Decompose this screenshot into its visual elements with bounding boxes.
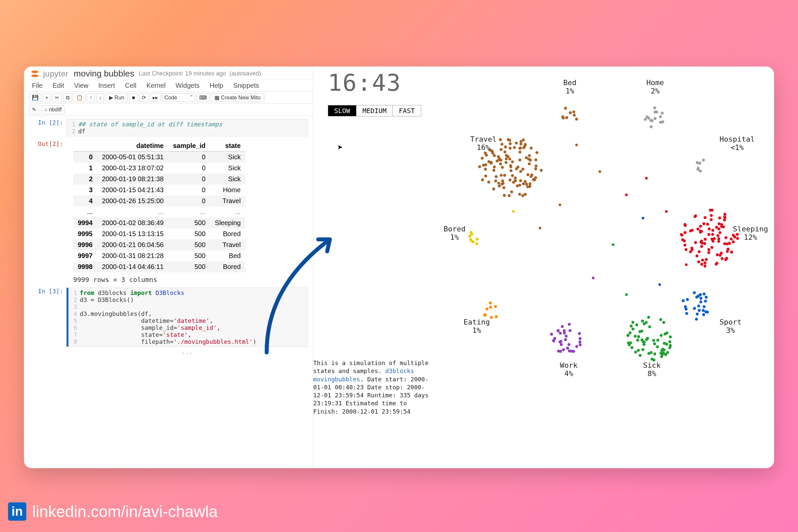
cluster-label-eating: Eating1%: [463, 318, 490, 335]
svg-point-101: [505, 157, 508, 160]
svg-point-254: [484, 314, 487, 317]
menu-kernel[interactable]: Kernel: [146, 82, 166, 90]
svg-point-75: [499, 163, 502, 166]
move-down-button[interactable]: ↓: [96, 93, 104, 102]
svg-point-73: [511, 160, 514, 163]
notebook-area: In [2]: 1## state of sample_id at diff t…: [24, 116, 313, 468]
cut-button[interactable]: ✂: [52, 93, 62, 102]
cell-in-2[interactable]: In [2]: 1## state of sample_id at diff t…: [29, 119, 307, 136]
speed-medium[interactable]: MEDIUM: [357, 106, 393, 116]
svg-point-201: [719, 231, 722, 234]
svg-point-83: [528, 183, 531, 186]
svg-point-19: [569, 111, 572, 114]
svg-point-199: [684, 231, 687, 234]
svg-point-180: [689, 229, 692, 232]
linkedin-icon: in: [8, 502, 26, 521]
code-in-2[interactable]: 1## state of sample_id at diff timestamp…: [66, 119, 307, 136]
speed-slow[interactable]: SLOW: [328, 106, 357, 116]
svg-point-264: [705, 296, 707, 299]
run-button[interactable]: ▶ Run: [106, 93, 128, 102]
copy-button[interactable]: ⧉: [63, 93, 72, 102]
menu-cell[interactable]: Cell: [125, 82, 136, 90]
svg-point-277: [682, 299, 685, 302]
svg-point-97: [500, 174, 503, 177]
run-all-button[interactable]: ▸▸: [150, 93, 160, 102]
restart-button[interactable]: ⟳: [139, 93, 149, 102]
svg-point-256: [486, 307, 489, 310]
svg-point-368: [634, 350, 637, 354]
svg-point-221: [730, 238, 733, 241]
svg-point-329: [637, 335, 640, 338]
jupyter-brand: jupyter: [43, 69, 69, 78]
notebook-title[interactable]: moving bubbles: [74, 69, 134, 79]
svg-point-233: [694, 241, 697, 244]
create-mito-button[interactable]: ▦ Create New Mito: [211, 93, 264, 102]
svg-point-260: [702, 309, 705, 312]
nbdiff-button[interactable]: ○ nbdiff: [41, 106, 64, 114]
svg-point-210: [711, 240, 715, 243]
svg-point-244: [709, 209, 712, 212]
celltype-select[interactable]: Code˅: [162, 93, 195, 102]
visualization-pane: 16:43 SLOW MEDIUM FAST ➤ Bed1%Home2%Trav…: [313, 66, 774, 468]
menu-insert[interactable]: Insert: [98, 82, 115, 90]
svg-point-326: [631, 321, 634, 324]
command-palette-button[interactable]: ⌨: [196, 93, 209, 102]
edit-metadata-button[interactable]: ✎: [29, 105, 39, 114]
svg-point-169: [705, 258, 708, 261]
svg-point-270: [697, 305, 700, 307]
col-state: state: [210, 140, 245, 152]
svg-point-203: [711, 233, 714, 236]
svg-point-89: [505, 154, 508, 157]
svg-point-276: [698, 309, 701, 312]
svg-point-128: [499, 158, 502, 162]
svg-point-138: [519, 142, 522, 145]
svg-point-250: [685, 248, 688, 251]
svg-point-31: [653, 107, 657, 109]
svg-point-279: [703, 292, 706, 296]
svg-point-367: [647, 352, 650, 355]
svg-point-340: [628, 331, 631, 334]
svg-point-63: [521, 168, 524, 171]
menu-widgets[interactable]: Widgets: [175, 82, 200, 90]
svg-point-366: [647, 316, 650, 319]
code-in-3[interactable]: 1from d3blocks import D3Blocks 2d3 = D3B…: [66, 288, 307, 347]
menu-view[interactable]: View: [74, 82, 89, 90]
svg-point-12: [539, 227, 541, 229]
move-up-button[interactable]: ↑: [87, 93, 95, 102]
svg-point-348: [660, 334, 663, 337]
save-button[interactable]: 💾: [29, 93, 41, 102]
table-row: 99962000-01-21 06:04:56500Travel: [73, 240, 245, 250]
speed-fast[interactable]: FAST: [393, 106, 421, 116]
main-card: jupyter moving bubbles Last Checkpoint: …: [24, 66, 774, 468]
svg-point-197: [716, 262, 719, 265]
autosaved-text: (autosaved): [229, 70, 261, 77]
svg-point-249: [700, 245, 703, 248]
svg-point-109: [515, 141, 518, 145]
menu-snippets[interactable]: Snippets: [233, 82, 259, 90]
svg-point-82: [484, 174, 487, 177]
menu-file[interactable]: File: [32, 82, 42, 90]
svg-point-234: [724, 236, 727, 239]
svg-point-121: [512, 180, 515, 184]
menu-edit[interactable]: Edit: [53, 82, 64, 90]
jupyter-header: jupyter moving bubbles Last Checkpoint: …: [24, 66, 313, 80]
svg-point-295: [563, 331, 566, 335]
svg-point-151: [696, 161, 699, 164]
svg-point-133: [524, 193, 527, 196]
svg-point-108: [526, 185, 529, 188]
cluster-label-sick: Sick8%: [643, 361, 661, 378]
svg-point-166: [697, 227, 700, 230]
svg-point-217: [718, 216, 721, 220]
svg-point-261: [693, 291, 696, 294]
svg-point-110: [503, 174, 506, 177]
table-row: 22000-01-19 08:21:380Sick: [73, 174, 245, 185]
add-cell-button[interactable]: +: [42, 93, 51, 102]
stop-button[interactable]: ■: [129, 93, 138, 102]
paste-button[interactable]: 📋: [74, 93, 86, 102]
svg-point-200: [730, 251, 733, 254]
svg-point-349: [664, 332, 667, 336]
cell-in-3[interactable]: In [3]: 1from d3blocks import D3Blocks 2…: [29, 288, 307, 355]
svg-point-333: [648, 325, 651, 328]
menu-help[interactable]: Help: [209, 82, 223, 90]
svg-point-344: [630, 324, 633, 327]
